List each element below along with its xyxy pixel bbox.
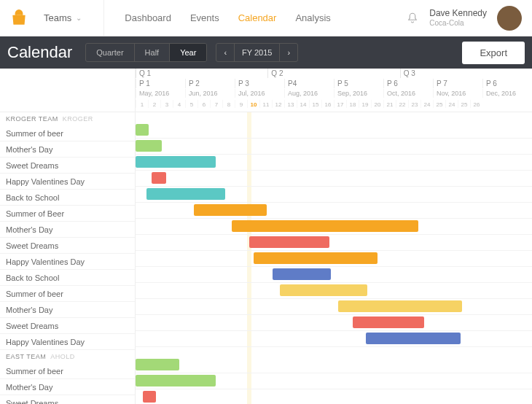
row-label[interactable]: Back to School xyxy=(0,270,135,286)
row-label[interactable]: Summer of beer xyxy=(0,286,135,302)
day-cell: 7 xyxy=(210,100,222,108)
gantt-row xyxy=(136,139,532,155)
teams-dropdown[interactable]: Teams ⌄ xyxy=(38,0,104,36)
export-button[interactable]: Export xyxy=(462,42,525,64)
gantt-bar[interactable] xyxy=(353,316,424,328)
month-cell: Aug, 2016 xyxy=(284,89,334,98)
gantt-row xyxy=(136,203,532,219)
segment-year[interactable]: Year xyxy=(170,44,206,61)
period-cell: P 6 xyxy=(383,79,433,88)
day-cell: 12 xyxy=(272,100,284,108)
gantt-bar[interactable] xyxy=(136,375,216,386)
row-label[interactable]: Happy Valentines Day xyxy=(0,254,135,270)
row-label[interactable]: Mother's Day xyxy=(0,302,135,318)
row-label[interactable]: Mother's Day xyxy=(0,141,135,158)
rows-area xyxy=(136,112,532,404)
period-cell: P 2 xyxy=(185,79,235,88)
quarter-cell: Q 3 xyxy=(400,69,532,78)
gantt-bar[interactable] xyxy=(136,124,149,136)
month-cell: Oct, 2016 xyxy=(383,89,433,98)
day-cell: 18 xyxy=(346,100,359,108)
row-label[interactable]: Mother's Day xyxy=(0,379,135,395)
segment-half[interactable]: Half xyxy=(135,44,171,61)
gantt-bar[interactable] xyxy=(280,284,367,296)
day-cell: 17 xyxy=(334,100,346,108)
row-label[interactable]: Sweet Dreams xyxy=(0,238,135,254)
day-cell: 3 xyxy=(160,100,173,108)
user-block[interactable]: Dave Kennedy Coca-Cola xyxy=(429,9,487,26)
month-cell: Dec, 2016 xyxy=(482,89,532,98)
row-label[interactable]: Sweet Dreams xyxy=(0,395,135,404)
day-cell: 8 xyxy=(222,100,235,108)
day-cell: 6 xyxy=(197,100,210,108)
row-label[interactable]: Summer of Beer xyxy=(0,206,135,222)
gantt-row xyxy=(136,373,532,389)
gantt-row xyxy=(136,235,532,251)
row-label[interactable]: Happy Valentines Day xyxy=(0,174,135,190)
gantt-bar[interactable] xyxy=(136,156,216,168)
user-org: Coca-Cola xyxy=(429,19,463,27)
gantt-row xyxy=(136,267,532,283)
period-cell: P4 xyxy=(284,79,334,88)
row-label[interactable]: Mother's Day xyxy=(0,222,135,238)
gantt-bar[interactable] xyxy=(254,252,378,264)
nav-analysis[interactable]: Analysis xyxy=(295,12,330,23)
gantt-bar[interactable] xyxy=(136,140,162,152)
period-cell: P 7 xyxy=(433,79,482,88)
period-label[interactable]: FY 2015 xyxy=(234,44,280,61)
day-cell: 10 xyxy=(247,100,259,108)
gantt-bar[interactable] xyxy=(366,333,461,344)
day-cell: 25 xyxy=(458,100,470,108)
period-prev[interactable]: ‹ xyxy=(216,44,234,61)
row-label[interactable]: Summer of beer xyxy=(0,363,135,379)
gantt-bar[interactable] xyxy=(143,391,156,403)
group-header: KROGER TEAMKROGER xyxy=(0,112,135,125)
labels-spacer xyxy=(0,69,135,112)
group-spacer xyxy=(136,112,532,123)
row-label[interactable]: Summer of beer xyxy=(0,125,135,141)
gantt-row xyxy=(136,357,532,373)
gantt-bar[interactable] xyxy=(338,300,462,312)
period-cell: P 1 xyxy=(136,79,185,88)
day-cell: 23 xyxy=(408,100,420,108)
day-cell: 11 xyxy=(259,100,272,108)
nav-events[interactable]: Events xyxy=(190,12,219,23)
labels-column: KROGER TEAMKROGERSummer of beerMother's … xyxy=(0,69,136,404)
gantt-grid: KROGER TEAMKROGERSummer of beerMother's … xyxy=(0,69,532,404)
gantt-bar[interactable] xyxy=(136,359,179,370)
user-name: Dave Kennedy xyxy=(429,9,487,18)
day-cell: 16 xyxy=(321,100,334,108)
app-logo xyxy=(9,8,29,28)
gantt-row xyxy=(136,187,532,203)
gantt-row xyxy=(136,299,532,315)
row-label[interactable]: Sweet Dreams xyxy=(0,318,135,334)
gantt-bar[interactable] xyxy=(273,268,331,280)
month-cell: Nov, 2016 xyxy=(433,89,482,98)
day-cell: 24 xyxy=(445,100,458,108)
period-cell: P 6 xyxy=(482,79,532,88)
group-header: EAST TEAMAHOLD xyxy=(0,350,135,363)
row-label[interactable]: Back to School xyxy=(0,190,135,206)
gantt-bar[interactable] xyxy=(146,188,225,200)
gantt-bar[interactable] xyxy=(152,172,166,184)
month-cell: Sep, 2016 xyxy=(334,89,383,98)
row-label[interactable]: Sweet Dreams xyxy=(0,158,135,174)
nav-dashboard[interactable]: Dashboard xyxy=(125,12,171,23)
bell-icon[interactable] xyxy=(406,12,419,25)
day-cell: 13 xyxy=(284,100,297,108)
day-cell: 1 xyxy=(136,100,148,108)
segment-quarter[interactable]: Quarter xyxy=(86,44,134,61)
timeline-column: Q 1Q 2Q 3 P 1P 2P 3P4P 5P 6P 7P 6 May, 2… xyxy=(136,69,532,404)
nav-calendar[interactable]: Calendar xyxy=(238,12,277,23)
labels-body: KROGER TEAMKROGERSummer of beerMother's … xyxy=(0,112,135,404)
gantt-bar[interactable] xyxy=(232,220,418,232)
gantt-bar[interactable] xyxy=(249,236,329,248)
gantt-bar[interactable] xyxy=(194,204,267,216)
period-next[interactable]: › xyxy=(280,44,297,61)
day-cell: 19 xyxy=(359,100,371,108)
avatar[interactable] xyxy=(497,6,522,31)
teams-label: Teams xyxy=(44,12,71,23)
day-cell: 25 xyxy=(433,100,445,108)
row-label[interactable]: Happy Valentines Day xyxy=(0,334,135,350)
day-cell: 9 xyxy=(235,100,247,108)
